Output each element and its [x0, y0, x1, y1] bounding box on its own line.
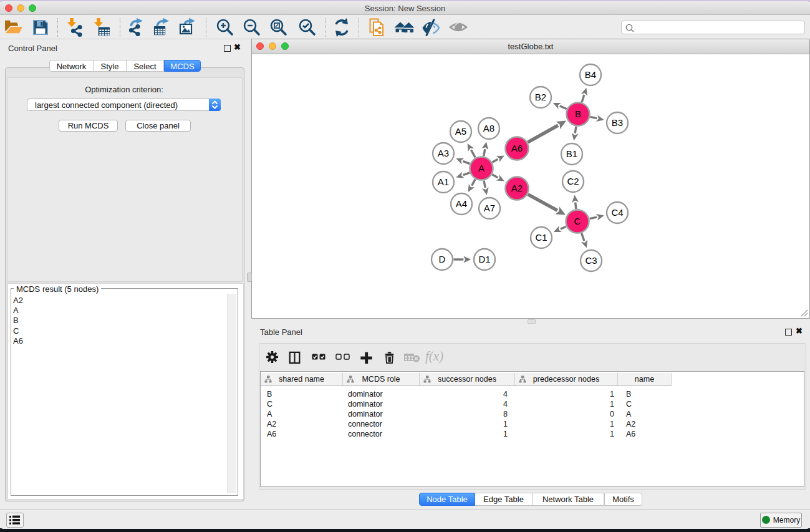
svg-text:A2: A2	[511, 183, 523, 193]
svg-text:A4: A4	[456, 198, 467, 209]
svg-text:B1: B1	[566, 148, 577, 159]
svg-text:A: A	[478, 163, 485, 173]
svg-text:C2: C2	[567, 176, 579, 186]
svg-text:A3: A3	[438, 148, 449, 158]
svg-text:B3: B3	[612, 117, 623, 128]
svg-text:D1: D1	[478, 254, 490, 264]
svg-text:C3: C3	[585, 255, 597, 266]
svg-text:C1: C1	[535, 232, 547, 243]
svg-text:A8: A8	[483, 123, 494, 133]
svg-text:A6: A6	[511, 143, 523, 153]
svg-text:C: C	[574, 216, 581, 226]
svg-text:C4: C4	[611, 207, 623, 218]
svg-text:B: B	[575, 109, 581, 119]
svg-text:B2: B2	[535, 92, 546, 102]
svg-text:A5: A5	[455, 126, 466, 137]
svg-text:A7: A7	[484, 203, 495, 213]
svg-text:A1: A1	[438, 177, 449, 187]
svg-text:D: D	[439, 254, 446, 264]
svg-text:B4: B4	[585, 69, 596, 80]
